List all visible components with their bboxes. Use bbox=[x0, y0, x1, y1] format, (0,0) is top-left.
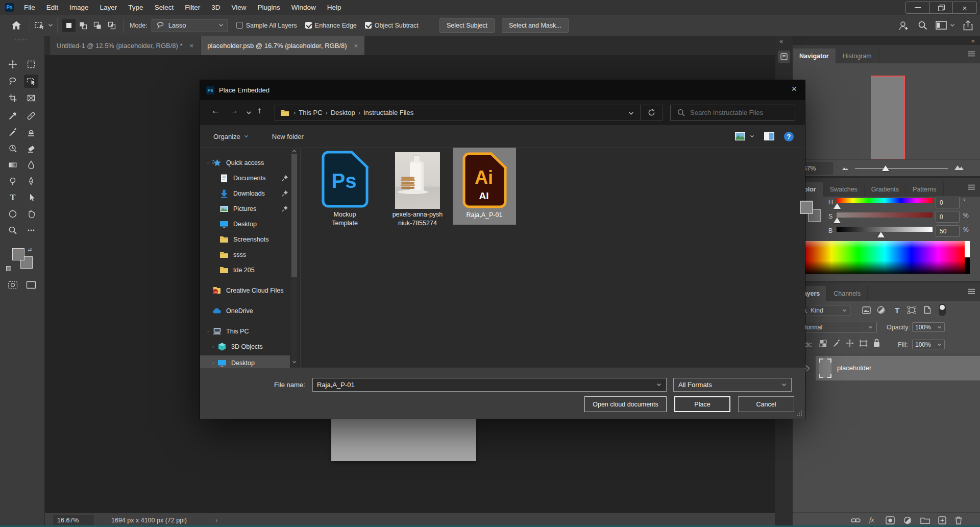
home-icon[interactable] bbox=[11, 20, 21, 30]
brightness-slider-track[interactable] bbox=[837, 227, 933, 232]
move-tool[interactable] bbox=[6, 58, 20, 71]
default-colors-icon[interactable] bbox=[6, 266, 11, 271]
sidebar-item-screenshots[interactable]: Screenshots bbox=[200, 233, 290, 246]
help-icon[interactable]: ? bbox=[784, 132, 794, 141]
file-name-combobox[interactable] bbox=[312, 378, 667, 392]
preview-pane-icon[interactable] bbox=[764, 132, 775, 141]
forward-icon[interactable]: → bbox=[230, 106, 238, 116]
view-options-dropdown[interactable] bbox=[734, 132, 754, 141]
clone-stamp-tool[interactable] bbox=[24, 126, 38, 139]
frame-tool[interactable] bbox=[24, 91, 38, 105]
adjustment-layer-icon[interactable] bbox=[903, 516, 912, 524]
hue-slider-track[interactable] bbox=[837, 198, 933, 203]
add-to-selection-mode-icon[interactable] bbox=[77, 19, 90, 32]
zoom-tool[interactable] bbox=[6, 224, 20, 237]
share-icon[interactable] bbox=[963, 20, 973, 31]
tab-patterns[interactable]: Patterns bbox=[906, 182, 944, 197]
history-brush-tool[interactable] bbox=[6, 142, 20, 155]
account-icon[interactable] bbox=[898, 20, 910, 31]
sidebar-item-this-pc[interactable]: › This PC bbox=[200, 325, 290, 338]
menu-view[interactable]: View bbox=[226, 4, 252, 11]
close-button[interactable]: × bbox=[953, 2, 976, 13]
checkbox-sample-all-layers[interactable]: Sample All Layers bbox=[236, 22, 297, 29]
foreground-color-swatch[interactable] bbox=[800, 201, 813, 214]
tool-preset-picker[interactable] bbox=[34, 20, 53, 31]
address-dropdown-chevron-icon[interactable] bbox=[628, 111, 634, 115]
new-layer-icon[interactable] bbox=[938, 516, 946, 524]
collapsed-panel-icon[interactable] bbox=[778, 51, 790, 63]
lasso-tool[interactable] bbox=[6, 75, 20, 88]
breadcrumb-this-pc[interactable]: This PC bbox=[296, 109, 325, 116]
sidebar-item-3d-objects[interactable]: › 3D Objects bbox=[200, 340, 290, 353]
select-subject-button[interactable]: Select Subject bbox=[439, 18, 495, 33]
layer-filtering-toggle[interactable] bbox=[939, 304, 946, 316]
spectrum-black-swatch[interactable] bbox=[965, 257, 970, 274]
filter-adjustment-layers-icon[interactable] bbox=[877, 306, 885, 314]
checkbox-object-subtract[interactable]: Object Subtract bbox=[365, 22, 419, 29]
screen-mode-button[interactable] bbox=[24, 278, 38, 292]
type-tool[interactable]: T bbox=[6, 191, 20, 204]
edit-toolbar-button[interactable] bbox=[24, 224, 38, 237]
refresh-button[interactable] bbox=[640, 105, 663, 121]
minimize-button[interactable] bbox=[906, 2, 929, 13]
pen-tool[interactable] bbox=[24, 175, 38, 188]
recent-locations-chevron-icon[interactable] bbox=[246, 111, 252, 115]
tab-histogram[interactable]: Histogram bbox=[836, 49, 879, 63]
zoom-level-field[interactable]: 16.67% bbox=[53, 515, 94, 525]
opacity-field[interactable]: 100% bbox=[912, 322, 945, 332]
document-tab-untitled[interactable]: Untitled-1 @ 12.5% (placeholder, RGB/8) … bbox=[50, 36, 201, 55]
checkbox-enhance-edge[interactable]: Enhance Edge bbox=[305, 22, 357, 29]
crop-tool[interactable] bbox=[6, 91, 20, 105]
menu-window[interactable]: Window bbox=[286, 4, 322, 11]
layer-filter-kind-dropdown[interactable]: Kind bbox=[798, 305, 850, 316]
file-list[interactable]: Ps MockupTemplate pexels-anna-pyshniuk-7… bbox=[300, 148, 805, 368]
sidebar-item-documents[interactable]: Documents bbox=[200, 172, 290, 185]
color-spectrum-ramp[interactable] bbox=[805, 241, 965, 274]
open-cloud-documents-button[interactable]: Open cloud documents bbox=[584, 396, 667, 412]
add-layer-mask-icon[interactable] bbox=[886, 516, 895, 524]
document-canvas[interactable] bbox=[331, 419, 476, 461]
dialog-title-bar[interactable]: Ps Place Embedded × bbox=[200, 80, 805, 100]
rectangular-marquee-tool[interactable] bbox=[24, 58, 38, 71]
dialog-close-icon[interactable]: × bbox=[791, 84, 797, 94]
panel-menu-icon[interactable] bbox=[967, 184, 975, 190]
sidebar-item-pictures[interactable]: Pictures bbox=[200, 202, 290, 215]
brush-tool[interactable] bbox=[6, 126, 20, 139]
lock-position-icon[interactable] bbox=[846, 339, 854, 347]
navigator-proxy-view[interactable] bbox=[871, 76, 905, 160]
search-input[interactable] bbox=[690, 109, 782, 116]
sidebar-item-onedrive[interactable]: OneDrive bbox=[200, 304, 290, 318]
tab-close-icon[interactable]: × bbox=[190, 42, 194, 50]
filter-shape-layers-icon[interactable] bbox=[908, 306, 916, 314]
layer-effects-fx-icon[interactable]: fx bbox=[869, 516, 874, 524]
hue-slider-thumb[interactable] bbox=[834, 203, 841, 209]
saturation-value-field[interactable]: 0 bbox=[936, 211, 960, 223]
shape-tool[interactable] bbox=[6, 207, 20, 221]
navigator-zoom-slider-track[interactable] bbox=[855, 168, 948, 169]
zoom-in-icon[interactable] bbox=[954, 164, 965, 171]
menu-help[interactable]: Help bbox=[322, 4, 347, 11]
menu-filter[interactable]: Filter bbox=[179, 4, 206, 11]
up-icon[interactable]: ↑ bbox=[257, 106, 262, 116]
file-name-input[interactable] bbox=[313, 381, 656, 389]
search-box[interactable] bbox=[670, 105, 795, 121]
layer-row-placeholder[interactable]: placeholder bbox=[816, 356, 980, 380]
lock-all-icon[interactable] bbox=[873, 339, 880, 347]
resize-grip-icon[interactable] bbox=[796, 410, 802, 416]
organize-dropdown[interactable]: Organize bbox=[213, 133, 249, 140]
toolbar-grip[interactable] bbox=[15, 39, 27, 40]
file-item-pexels-photo[interactable]: pexels-anna-pyshniuk-7855274 bbox=[379, 148, 456, 225]
mode-dropdown[interactable]: Lasso bbox=[152, 19, 228, 32]
filter-type-layers-icon[interactable]: T bbox=[893, 306, 901, 314]
swap-colors-icon[interactable]: ⇄ bbox=[28, 247, 32, 252]
subtract-from-selection-mode-icon[interactable] bbox=[91, 19, 104, 32]
scroll-up-icon[interactable] bbox=[292, 150, 297, 153]
hand-tool[interactable] bbox=[24, 207, 38, 221]
sidebar-item-creative-cloud-files[interactable]: co Creative Cloud Files bbox=[200, 284, 290, 297]
status-expand-chevron[interactable]: › bbox=[215, 516, 217, 524]
sidebar-item-tde-205[interactable]: tde 205 bbox=[200, 264, 290, 277]
lock-image-pixels-icon[interactable] bbox=[832, 339, 840, 347]
sidebar-scrollbar[interactable] bbox=[291, 148, 298, 368]
scroll-down-icon[interactable] bbox=[292, 361, 297, 364]
blur-tool[interactable] bbox=[24, 158, 38, 172]
